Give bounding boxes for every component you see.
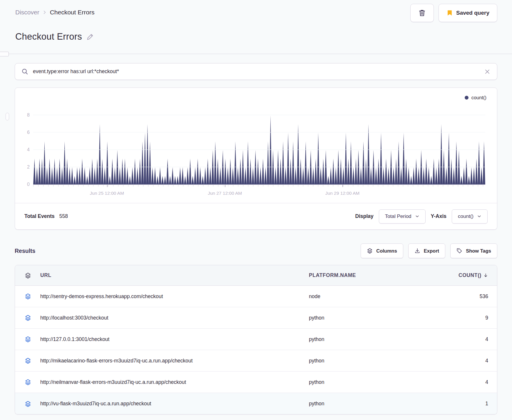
display-dropdown-value: Total Period: [385, 214, 411, 219]
saved-query-label: Saved query: [456, 10, 489, 16]
trash-icon: [418, 9, 426, 17]
y-axis-dropdown-value: count(): [458, 214, 473, 219]
table-header-row: URL PLATFORM.NAME COUNT(): [15, 265, 497, 286]
clear-search-icon[interactable]: [484, 68, 491, 75]
sidebar-collapse-handle: [6, 113, 9, 120]
open-stack-icon[interactable]: [15, 293, 33, 300]
table-row[interactable]: http://127.0.0.1:3001/checkoutpython4: [15, 329, 497, 350]
open-stack-icon[interactable]: [15, 357, 33, 364]
stack-icon: [367, 248, 373, 254]
search-bar: [15, 63, 497, 80]
search-input[interactable]: [33, 68, 480, 75]
y-axis-dropdown[interactable]: count(): [452, 209, 488, 224]
row-platform: python: [309, 315, 441, 321]
export-button-label: Export: [424, 248, 439, 254]
row-count: 9: [441, 315, 497, 321]
y-axis-label: Y-Axis: [431, 213, 447, 219]
row-count: 536: [441, 293, 497, 300]
chart-plot-area: 02468: [33, 115, 485, 185]
row-count: 4: [441, 379, 497, 385]
bookmark-icon: [446, 10, 453, 16]
row-url[interactable]: http://mikaelacarino-flask-errors-m3uuiz…: [33, 358, 309, 364]
breadcrumb-discover-link[interactable]: Discover: [15, 9, 39, 16]
row-platform: python: [309, 336, 441, 342]
table-row[interactable]: http://neilmanvar-flask-errors-m3uuizd7i…: [15, 372, 497, 393]
area-series-count: [33, 115, 485, 184]
breadcrumb-chevron-icon: [42, 10, 47, 15]
results-title: Results: [15, 248, 35, 254]
chevron-down-icon: [477, 214, 481, 219]
column-header-platform[interactable]: PLATFORM.NAME: [309, 272, 441, 278]
edit-title-pencil-icon[interactable]: [86, 33, 94, 41]
search-icon: [21, 68, 29, 75]
x-axis-tick-label: Jun 25 12:00 AM: [90, 191, 124, 196]
saved-query-button[interactable]: Saved query: [439, 4, 497, 22]
delete-query-button[interactable]: [410, 4, 434, 22]
show-tags-button[interactable]: Show Tags: [450, 243, 497, 258]
sort-descending-arrow-icon: [483, 273, 488, 278]
x-axis-major-tick: [342, 185, 343, 187]
results-table: URL PLATFORM.NAME COUNT() http://sentry-…: [15, 265, 497, 414]
column-header-url[interactable]: URL: [33, 272, 309, 278]
display-label: Display: [355, 213, 374, 219]
page-title: Checkout Errors: [15, 31, 82, 42]
row-url[interactable]: http://neilmanvar-flask-errors-m3uuizd7i…: [33, 379, 309, 385]
legend-label: count(): [471, 95, 486, 100]
y-gridline: [33, 132, 485, 132]
events-chart-panel: count() 02468 Total Events 558 Display T…: [15, 88, 497, 230]
breadcrumb-current: Checkout Errors: [50, 9, 95, 16]
table-row[interactable]: http://vu-flask-m3uuizd7iq-uc.a.run.app/…: [15, 393, 497, 414]
row-platform: node: [309, 293, 441, 300]
x-axis-major-tick: [225, 185, 225, 187]
column-header-count[interactable]: COUNT(): [441, 272, 497, 278]
open-stack-icon[interactable]: [15, 379, 33, 385]
show-tags-button-label: Show Tags: [466, 248, 491, 254]
legend-dot-icon: [465, 96, 469, 100]
column-header-count-label: COUNT(): [459, 272, 481, 278]
y-axis-tick-label: 8: [18, 112, 30, 118]
panel-drag-handle: [0, 52, 9, 56]
row-count: 1: [441, 401, 497, 407]
table-row[interactable]: http://mikaelacarino-flask-errors-m3uuiz…: [15, 350, 497, 372]
columns-button[interactable]: Columns: [361, 243, 403, 258]
table-row[interactable]: http://sentry-demos-express.herokuapp.co…: [15, 286, 497, 307]
y-axis-tick-label: 6: [18, 130, 30, 135]
row-url[interactable]: http://127.0.0.1:3001/checkout: [33, 336, 309, 342]
chart-footer: Total Events 558 Display Total Period Y-…: [15, 203, 497, 229]
x-axis-tick-label: Jun 27 12:00 AM: [208, 191, 242, 196]
y-gridline: [33, 115, 485, 115]
row-count: 4: [441, 358, 497, 364]
row-platform: python: [309, 401, 441, 407]
y-axis-tick-label: 2: [18, 164, 30, 170]
stack-column-icon: [15, 272, 33, 279]
columns-button-label: Columns: [376, 248, 397, 254]
row-url[interactable]: http://localhost:3003/checkout: [33, 315, 309, 321]
download-icon: [414, 248, 420, 254]
row-count: 4: [441, 336, 497, 342]
tag-icon: [456, 248, 462, 254]
row-platform: python: [309, 358, 441, 364]
y-gridline: [33, 149, 485, 150]
header-actions: Saved query: [410, 4, 497, 22]
export-button[interactable]: Export: [408, 243, 445, 258]
table-row[interactable]: http://localhost:3003/checkoutpython9: [15, 307, 497, 329]
total-events-label: Total Events: [24, 213, 55, 219]
chart-legend[interactable]: count(): [465, 95, 486, 100]
y-axis-tick-label: 4: [18, 147, 30, 152]
table-body: http://sentry-demos-express.herokuapp.co…: [15, 286, 497, 414]
total-events-value: 558: [59, 213, 68, 219]
header-divider: [0, 54, 512, 54]
row-url[interactable]: http://sentry-demos-express.herokuapp.co…: [33, 293, 309, 300]
x-axis-major-tick: [107, 185, 108, 187]
y-gridline: [33, 167, 485, 167]
y-axis-tick-label: 0: [18, 182, 30, 187]
x-axis-tick-label: Jun 29 12:00 AM: [325, 191, 359, 196]
x-axis-minor-ticks: [33, 185, 485, 187]
row-url[interactable]: http://vu-flask-m3uuizd7iq-uc.a.run.app/…: [33, 401, 309, 407]
open-stack-icon[interactable]: [15, 315, 33, 321]
open-stack-icon[interactable]: [15, 401, 33, 407]
breadcrumb: Discover Checkout Errors: [15, 9, 94, 16]
row-platform: python: [309, 379, 441, 385]
display-dropdown[interactable]: Total Period: [379, 209, 426, 224]
open-stack-icon[interactable]: [15, 336, 33, 342]
